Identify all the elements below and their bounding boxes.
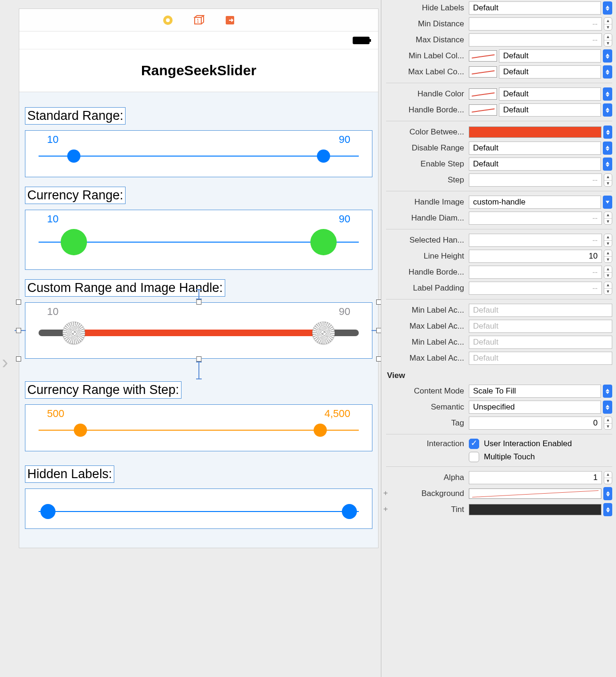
- selected-handle-field[interactable]: --: [469, 234, 602, 247]
- color-swatch[interactable]: [469, 50, 497, 62]
- color-swatch[interactable]: [469, 104, 497, 116]
- first-responder-icon[interactable]: [162, 15, 174, 26]
- semantic-popup[interactable]: Unspecified: [469, 401, 601, 414]
- hide-labels-popup[interactable]: Default: [469, 1, 601, 15]
- stepper[interactable]: ▲▼: [604, 282, 612, 295]
- user-interaction-checkbox[interactable]: [469, 439, 479, 449]
- min-label-ac-field-2[interactable]: Default: [469, 336, 612, 349]
- slider-step-min: 500: [47, 408, 64, 420]
- tag-field[interactable]: 0: [469, 417, 602, 430]
- stepper[interactable]: ▲▼: [604, 471, 612, 484]
- label-padding-field[interactable]: --: [469, 282, 602, 295]
- ib-canvas: 1 RangeSeekSlider Standard Range: 10 90: [19, 8, 379, 548]
- enable-step-popup[interactable]: Default: [469, 157, 601, 171]
- popup-arrows-icon[interactable]: [603, 49, 612, 63]
- popup-arrows-icon[interactable]: [603, 385, 612, 398]
- popup-arrows-icon[interactable]: [603, 487, 612, 500]
- phone-frame: RangeSeekSlider Standard Range: 10 90 Cu…: [19, 31, 378, 548]
- popup-arrows-icon[interactable]: [603, 126, 612, 139]
- slider-handle-max[interactable]: [314, 424, 327, 437]
- stepper[interactable]: ▲▼: [604, 17, 612, 31]
- stepper[interactable]: ▲▼: [604, 33, 612, 47]
- selection-handle[interactable]: [16, 356, 21, 362]
- slider-handle-min[interactable]: [67, 150, 80, 163]
- constraint-indicator[interactable]: [198, 362, 199, 379]
- min-label-ac-field[interactable]: Default: [469, 304, 612, 317]
- popup-arrows-icon[interactable]: [603, 103, 612, 117]
- min-distance-field[interactable]: --: [469, 17, 602, 31]
- alpha-field[interactable]: 1: [469, 471, 602, 484]
- slider-step[interactable]: 500 4,500: [25, 404, 372, 451]
- popup-arrows-icon[interactable]: [603, 65, 612, 79]
- max-label-ac-field-2[interactable]: Default: [469, 352, 612, 365]
- label-currency-range: Currency Range:: [25, 187, 126, 204]
- label-custom-range: Custom Range and Image Handle:: [25, 279, 225, 297]
- color-swatch[interactable]: [469, 88, 497, 100]
- popup-arrows-icon[interactable]: [603, 503, 612, 516]
- stepper[interactable]: ▲▼: [604, 234, 612, 247]
- slider-handle-max[interactable]: [342, 504, 357, 519]
- row-label: Step: [381, 175, 469, 185]
- row-label: Line Height: [381, 252, 469, 261]
- stepper[interactable]: ▲▼: [604, 417, 612, 430]
- tint-swatch[interactable]: [469, 504, 601, 515]
- slider-handle-min[interactable]: [63, 322, 85, 344]
- min-label-color-popup[interactable]: Default: [499, 49, 601, 63]
- selection-handle[interactable]: [196, 356, 201, 362]
- label-standard-range: Standard Range:: [25, 107, 126, 125]
- color-swatch[interactable]: [469, 66, 497, 78]
- add-property-icon[interactable]: +: [381, 505, 390, 514]
- slider-standard-max: 90: [339, 134, 350, 146]
- max-label-color-popup[interactable]: Default: [499, 65, 601, 79]
- slider-handle-max[interactable]: [310, 229, 337, 255]
- stepper[interactable]: ▲▼: [604, 173, 612, 187]
- slider-currency[interactable]: 10 90: [25, 210, 372, 270]
- add-property-icon[interactable]: +: [381, 489, 390, 498]
- step-field[interactable]: --: [469, 173, 602, 187]
- popup-arrows-icon[interactable]: [603, 142, 612, 155]
- stepper[interactable]: ▲▼: [604, 250, 612, 263]
- content-mode-popup[interactable]: Scale To Fill: [469, 385, 601, 398]
- max-distance-field[interactable]: --: [469, 33, 602, 47]
- slider-hidden[interactable]: [25, 488, 372, 529]
- background-swatch[interactable]: [469, 488, 601, 499]
- slider-custom-selected[interactable]: 10 90: [25, 302, 372, 359]
- stepper[interactable]: ▲▼: [604, 266, 612, 279]
- slider-handle-min[interactable]: [74, 424, 87, 437]
- max-label-ac-field[interactable]: Default: [469, 320, 612, 333]
- chevron-down-icon[interactable]: [603, 196, 612, 209]
- selection-handle[interactable]: [16, 328, 21, 333]
- popup-arrows-icon[interactable]: [603, 157, 612, 171]
- popup-arrows-icon[interactable]: [603, 1, 612, 15]
- multiple-touch-checkbox[interactable]: [469, 452, 479, 462]
- handle-image-popup[interactable]: custom-handle: [469, 196, 601, 209]
- slider-handle-max[interactable]: [317, 150, 330, 163]
- disable-range-popup[interactable]: Default: [469, 142, 601, 155]
- constraint-indicator[interactable]: [198, 289, 199, 299]
- slider-custom-max: 90: [339, 306, 350, 318]
- popup-arrows-icon[interactable]: [603, 87, 612, 101]
- row-label: Label Padding: [381, 283, 469, 293]
- exit-icon[interactable]: [224, 15, 236, 26]
- handle-border-color-popup[interactable]: Default: [499, 103, 601, 117]
- canvas-scroll-chevron[interactable]: ›: [2, 352, 8, 373]
- selection-handle[interactable]: [196, 299, 201, 305]
- row-label: Interaction: [381, 439, 469, 449]
- stepper[interactable]: ▲▼: [604, 212, 612, 225]
- handle-color-popup[interactable]: Default: [499, 87, 601, 101]
- slider-handle-max[interactable]: [312, 322, 335, 344]
- slider-handle-min[interactable]: [61, 229, 87, 255]
- row-label: Max Label Ac...: [381, 322, 469, 331]
- slider-handle-min[interactable]: [40, 504, 55, 519]
- status-bar: [19, 31, 378, 49]
- handle-border-width-field[interactable]: --: [469, 266, 602, 279]
- battery-icon: [353, 37, 370, 44]
- selection-handle[interactable]: [16, 299, 21, 305]
- handle-diameter-field[interactable]: --: [469, 212, 602, 225]
- popup-arrows-icon[interactable]: [603, 401, 612, 414]
- cube-icon[interactable]: 1: [193, 15, 205, 26]
- row-label: Tag: [381, 418, 469, 428]
- color-between-swatch[interactable]: [469, 126, 601, 138]
- line-height-field[interactable]: 10: [469, 250, 602, 263]
- slider-standard[interactable]: 10 90: [25, 130, 372, 177]
